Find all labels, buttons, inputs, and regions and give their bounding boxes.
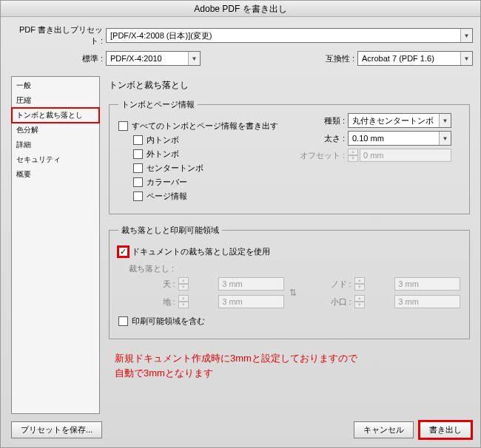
bleed-outside-stepper: ▲▼: [354, 295, 365, 308]
panel-heading: トンボと裁ち落とし: [109, 79, 470, 92]
bleed-top-stepper: ▲▼: [178, 277, 189, 291]
weight-label: 太さ :: [296, 133, 345, 144]
sidebar-item-general[interactable]: 一般: [12, 78, 99, 93]
checkbox-include-slug[interactable]: [118, 316, 128, 326]
compat-label: 互換性 :: [326, 53, 354, 64]
sidebar-item-marks-bleeds[interactable]: トンボと裁ち落とし: [12, 108, 99, 123]
checkbox-reg-marks[interactable]: [133, 163, 143, 173]
bleed-top-label: 天 :: [129, 279, 175, 290]
sidebar-item-security[interactable]: セキュリティ: [12, 152, 99, 167]
save-preset-button[interactable]: プリセットを保存...: [11, 421, 102, 438]
type-label: 種類 :: [296, 115, 345, 126]
link-icon: ⇅: [287, 279, 299, 306]
preset-label: PDF 書き出しプリセット :: [11, 24, 103, 47]
standard-select[interactable]: PDF/X-4:2010 ▼: [106, 51, 201, 66]
weight-select[interactable]: 0.10 mm ▼: [348, 131, 451, 146]
all-marks-label: すべてのトンボとページ情報を書き出す: [132, 121, 278, 132]
chevron-down-icon: ▼: [439, 132, 451, 145]
sidebar-item-output[interactable]: 色分解: [12, 123, 99, 138]
bleed-inside-label: ノド :: [305, 279, 352, 290]
bleed-bottom-stepper: ▲▼: [178, 295, 189, 308]
include-slug-label: 印刷可能領域を含む: [132, 316, 205, 327]
bleed-outside-label: 小口 :: [305, 296, 352, 308]
annotation-text: 新規ドキュメント作成時に3mmと設定しておりますので 自動で3mmとなります: [115, 351, 470, 380]
crop-marks-label: 内トンボ: [147, 135, 179, 146]
checkbox-color-bars[interactable]: [133, 177, 143, 187]
bleed-inside-stepper: ▲▼: [354, 277, 365, 291]
sidebar-item-summary[interactable]: 概要: [12, 167, 99, 182]
sidebar: 一般 圧縮 トンボと裁ち落とし 色分解 詳細 セキュリティ 概要: [11, 76, 100, 414]
color-bars-label: カラーバー: [147, 177, 187, 188]
bleed-label: 裁ち落とし :: [129, 263, 460, 274]
bleed-marks-label: 外トンボ: [147, 149, 179, 160]
reg-marks-label: センタートンボ: [147, 163, 204, 174]
checkbox-bleed-marks[interactable]: [133, 149, 143, 159]
chevron-down-icon: ▼: [460, 29, 472, 42]
offset-label: オフセット :: [296, 150, 345, 161]
preset-value: [PDF/X-4:2008 (日本)](変更): [107, 29, 460, 42]
bleed-legend: 裁ち落としと印刷可能領域: [118, 225, 222, 236]
checkbox-crop-marks[interactable]: [133, 135, 143, 145]
sidebar-item-compression[interactable]: 圧縮: [12, 93, 99, 108]
chevron-down-icon: ▼: [460, 52, 472, 65]
checkbox-use-doc-bleed[interactable]: [118, 247, 128, 257]
weight-value: 0.10 mm: [349, 132, 439, 145]
bleed-outside-input: 3 mm: [394, 295, 460, 308]
sidebar-item-advanced[interactable]: 詳細: [12, 138, 99, 152]
use-doc-bleed-label: ドキュメントの裁ち落とし設定を使用: [132, 246, 270, 257]
compat-select[interactable]: Acrobat 7 (PDF 1.6) ▼: [357, 51, 473, 66]
offset-input: 0 mm: [360, 149, 451, 162]
export-button[interactable]: 書き出し: [420, 421, 471, 438]
standard-value: PDF/X-4:2010: [107, 52, 188, 65]
bleed-top-input: 3 mm: [218, 277, 284, 291]
type-value: 丸付きセンタートンボ: [349, 114, 439, 127]
bleed-bottom-label: 地 :: [129, 296, 175, 308]
standard-label: 標準 :: [11, 53, 103, 64]
preset-select[interactable]: [PDF/X-4:2008 (日本)](変更) ▼: [106, 28, 473, 43]
bleed-group: 裁ち落としと印刷可能領域 ドキュメントの裁ち落とし設定を使用 裁ち落とし : 天…: [109, 225, 470, 339]
cancel-button[interactable]: キャンセル: [354, 421, 414, 438]
page-info-label: ページ情報: [147, 191, 187, 202]
bleed-inside-input: 3 mm: [394, 277, 460, 291]
offset-stepper: ▲▼: [348, 149, 358, 162]
chevron-down-icon: ▼: [188, 52, 200, 65]
bleed-bottom-input: 3 mm: [218, 295, 284, 308]
compat-value: Acrobat 7 (PDF 1.6): [358, 52, 460, 65]
checkbox-all-marks[interactable]: [118, 121, 128, 131]
marks-group: トンボとページ情報 すべてのトンボとページ情報を書き出す 内トンボ 外トンボ セ…: [109, 99, 470, 214]
marks-legend: トンボとページ情報: [118, 99, 198, 110]
type-select[interactable]: 丸付きセンタートンボ ▼: [348, 113, 451, 128]
window-title: Adobe PDF を書き出し: [1, 1, 480, 17]
chevron-down-icon: ▼: [439, 114, 451, 127]
checkbox-page-info[interactable]: [133, 191, 143, 201]
